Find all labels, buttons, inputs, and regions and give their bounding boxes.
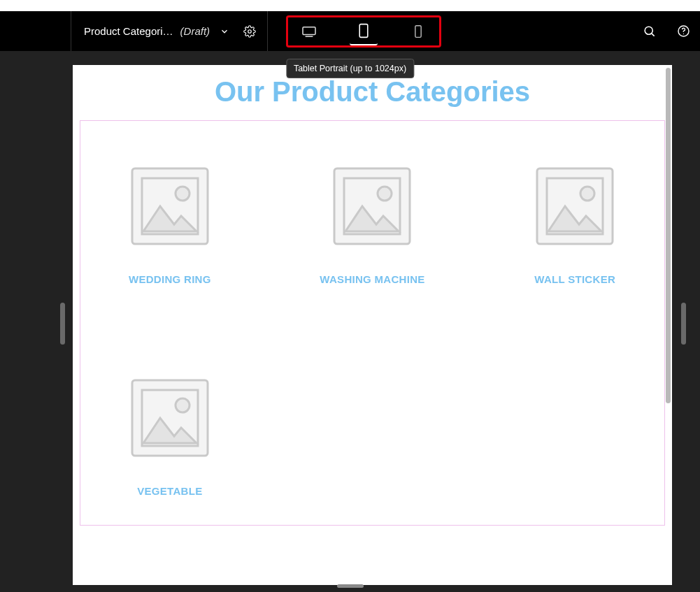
page-title: Product Categori… xyxy=(84,25,173,37)
svg-point-14 xyxy=(378,187,392,201)
category-item[interactable]: WALL STICKER xyxy=(505,164,645,285)
canvas-scrollbar[interactable] xyxy=(666,68,671,403)
device-tooltip: Tablet Portrait (up to 1024px) xyxy=(286,59,414,78)
desktop-view-button[interactable] xyxy=(295,17,323,45)
category-label: WASHING MACHINE xyxy=(303,273,443,285)
category-label: WALL STICKER xyxy=(505,273,645,285)
svg-rect-15 xyxy=(537,168,613,244)
svg-rect-1 xyxy=(303,27,315,34)
category-item[interactable]: WASHING MACHINE xyxy=(303,164,443,285)
svg-point-5 xyxy=(645,27,652,34)
responsive-device-switcher xyxy=(286,15,441,48)
svg-rect-4 xyxy=(415,25,421,37)
svg-rect-3 xyxy=(359,24,368,37)
help-icon[interactable] xyxy=(677,24,690,38)
mobile-view-button[interactable] xyxy=(404,17,432,45)
editor-topbar: Product Categori… (Draft) xyxy=(0,11,700,51)
right-panel-scrollbar[interactable] xyxy=(681,303,686,345)
tablet-view-button[interactable] xyxy=(350,17,378,45)
svg-point-0 xyxy=(248,29,252,33)
categories-container[interactable]: WEDDING RING WASHING MACHINE xyxy=(80,120,665,526)
page-status: (Draft) xyxy=(180,25,210,37)
editor-canvas: Our Product Categories WEDDING RING xyxy=(73,65,672,585)
category-item[interactable]: WEDDING RING xyxy=(100,164,240,285)
topbar-left-spacer xyxy=(0,11,71,51)
search-icon[interactable] xyxy=(643,24,656,38)
gear-icon[interactable] xyxy=(243,25,256,38)
category-item[interactable]: VEGETABLE xyxy=(100,376,240,497)
svg-point-11 xyxy=(176,187,190,201)
placeholder-image-icon xyxy=(128,164,212,248)
browser-top-strip xyxy=(0,0,700,11)
svg-point-20 xyxy=(176,398,190,412)
svg-rect-9 xyxy=(132,168,208,244)
svg-point-17 xyxy=(580,187,594,201)
placeholder-image-icon xyxy=(533,164,617,248)
chevron-down-icon[interactable] xyxy=(220,27,229,36)
categories-grid: WEDDING RING WASHING MACHINE xyxy=(100,164,645,497)
category-label: WEDDING RING xyxy=(100,273,240,285)
svg-line-6 xyxy=(652,34,655,36)
topbar-right-actions xyxy=(643,11,690,51)
bottom-resize-handle[interactable] xyxy=(337,584,364,588)
left-panel-scrollbar[interactable] xyxy=(60,303,65,345)
svg-point-8 xyxy=(683,34,684,34)
page-title-block: Product Categori… (Draft) xyxy=(71,11,268,51)
placeholder-image-icon xyxy=(330,164,414,248)
placeholder-image-icon xyxy=(128,376,212,460)
svg-rect-12 xyxy=(334,168,410,244)
svg-rect-18 xyxy=(132,380,208,456)
category-label: VEGETABLE xyxy=(100,485,240,497)
